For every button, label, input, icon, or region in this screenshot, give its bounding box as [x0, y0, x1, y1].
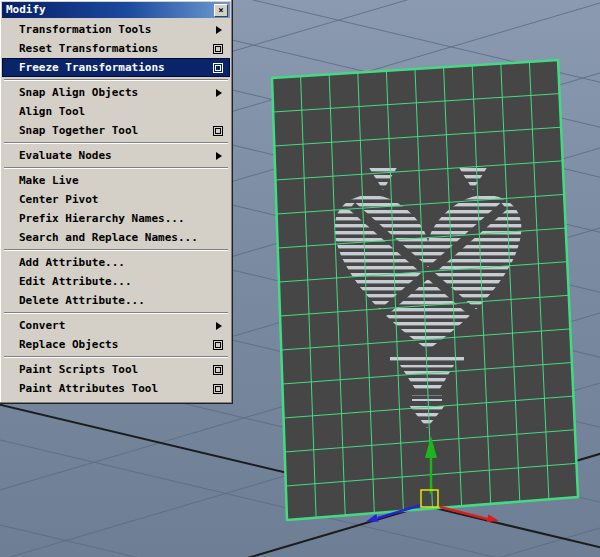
menu-item-convert[interactable]: Convert: [2, 316, 230, 335]
option-box-icon[interactable]: [213, 126, 223, 136]
menu-item-label: Transformation Tools: [19, 23, 208, 36]
menu-separator: [4, 79, 228, 81]
menu-item-label: Delete Attribute...: [19, 294, 208, 307]
menu-body: Transformation Tools Reset Transformatio…: [2, 18, 230, 401]
menu-item-paint-scripts-tool[interactable]: Paint Scripts Tool: [2, 360, 230, 379]
menu-item-label: Snap Align Objects: [19, 86, 208, 99]
menu-item-label: Reset Transformations: [19, 42, 208, 55]
menu-item-label: Align Tool: [19, 105, 208, 118]
option-box-icon[interactable]: [213, 44, 223, 54]
menu-item-label: Paint Scripts Tool: [19, 363, 208, 376]
menu-item-paint-attributes-tool[interactable]: Paint Attributes Tool: [2, 379, 230, 398]
maya-3d-viewport[interactable]: Modify × Transformation Tools Reset Tran…: [0, 0, 600, 557]
menu-item-label: Prefix Hierarchy Names...: [19, 212, 208, 225]
menu-item-snap-align-objects[interactable]: Snap Align Objects: [2, 83, 230, 102]
menu-item-add-attribute[interactable]: Add Attribute...: [2, 253, 230, 272]
menu-item-label: Add Attribute...: [19, 256, 208, 269]
menu-item-freeze-transformations[interactable]: Freeze Transformations: [2, 58, 230, 77]
submenu-arrow-icon: [216, 322, 222, 330]
menu-separator: [4, 167, 228, 169]
menu-item-label: Convert: [19, 319, 208, 332]
menu-item-evaluate-nodes[interactable]: Evaluate Nodes: [2, 146, 230, 165]
option-box-icon[interactable]: [213, 63, 223, 73]
submenu-arrow-icon: [216, 152, 222, 160]
menu-titlebar[interactable]: Modify ×: [2, 2, 230, 18]
menu-item-snap-together-tool[interactable]: Snap Together Tool: [2, 121, 230, 140]
menu-separator: [4, 249, 228, 251]
modify-menu-window: Modify × Transformation Tools Reset Tran…: [0, 0, 233, 404]
menu-item-label: Edit Attribute...: [19, 275, 208, 288]
close-button[interactable]: ×: [214, 4, 228, 17]
menu-item-label: Freeze Transformations: [19, 61, 208, 74]
option-box-icon[interactable]: [213, 384, 223, 394]
menu-item-reset-transformations[interactable]: Reset Transformations: [2, 39, 230, 58]
menu-separator: [4, 356, 228, 358]
menu-item-label: Search and Replace Names...: [19, 231, 208, 244]
menu-item-make-live[interactable]: Make Live: [2, 171, 230, 190]
menu-separator: [4, 312, 228, 314]
window-title: Modify: [6, 2, 214, 18]
submenu-arrow-icon: [216, 26, 222, 34]
menu-item-label: Replace Objects: [19, 338, 208, 351]
menu-item-label: Make Live: [19, 174, 208, 187]
menu-item-prefix-hierarchy-names[interactable]: Prefix Hierarchy Names...: [2, 209, 230, 228]
menu-separator: [4, 142, 228, 144]
option-box-icon[interactable]: [213, 340, 223, 350]
menu-item-edit-attribute[interactable]: Edit Attribute...: [2, 272, 230, 291]
menu-item-label: Snap Together Tool: [19, 124, 208, 137]
menu-item-label: Evaluate Nodes: [19, 149, 208, 162]
menu-item-center-pivot[interactable]: Center Pivot: [2, 190, 230, 209]
menu-item-transformation-tools[interactable]: Transformation Tools: [2, 20, 230, 39]
menu-item-delete-attribute[interactable]: Delete Attribute...: [2, 291, 230, 310]
option-box-icon[interactable]: [213, 365, 223, 375]
menu-item-label: Center Pivot: [19, 193, 208, 206]
menu-item-replace-objects[interactable]: Replace Objects: [2, 335, 230, 354]
menu-item-search-and-replace-names[interactable]: Search and Replace Names...: [2, 228, 230, 247]
menu-item-label: Paint Attributes Tool: [19, 382, 208, 395]
stem-bar-2: [412, 395, 442, 401]
submenu-arrow-icon: [216, 89, 222, 97]
menu-item-align-tool[interactable]: Align Tool: [2, 102, 230, 121]
